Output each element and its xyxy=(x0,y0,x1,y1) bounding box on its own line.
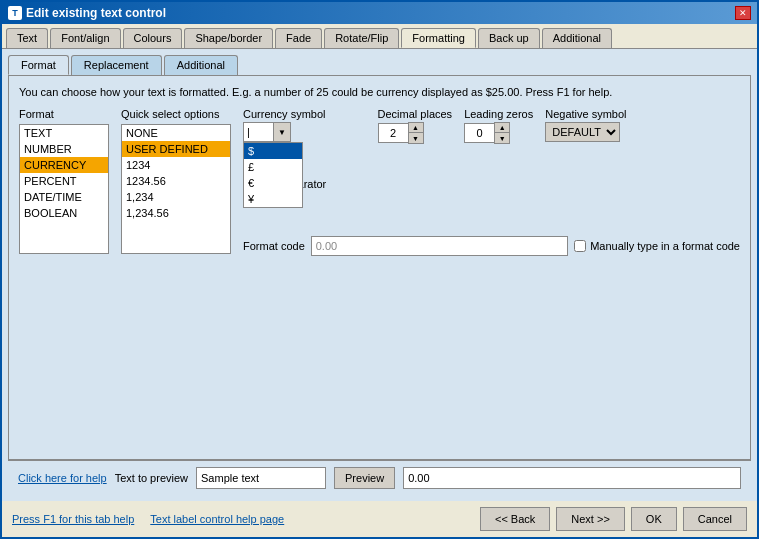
thousands-row: nds separator xyxy=(243,178,740,190)
content-area: Format Replacement Additional You can ch… xyxy=(2,49,757,501)
click-here-help-link[interactable]: Click here for help xyxy=(18,472,107,484)
dropdown-item-dollar[interactable]: $ xyxy=(244,143,302,159)
description: You can choose how your text is formatte… xyxy=(19,86,740,98)
format-item-number[interactable]: NUMBER xyxy=(20,141,108,157)
format-list-label: Format xyxy=(19,108,109,120)
tab-text[interactable]: Text xyxy=(6,28,48,48)
decimal-spinner: ▲ ▼ xyxy=(378,122,453,144)
tab-fontalign[interactable]: Font/align xyxy=(50,28,120,48)
negative-symbol-control: DEFAULT - () CR/DR xyxy=(545,122,626,142)
format-code-input[interactable] xyxy=(311,236,568,256)
quick-select-label: Quick select options xyxy=(121,108,231,120)
controls-row-top: Currency symbol ▼ $ £ € ¥ xyxy=(243,108,740,144)
leading-zeros-label: Leading zeros xyxy=(464,108,533,120)
dropdown-item-yen[interactable]: ¥ xyxy=(244,191,302,207)
currency-dropdown-button[interactable]: ▼ xyxy=(273,122,291,142)
leading-zeros-up-button[interactable]: ▲ xyxy=(495,123,509,133)
title-bar: T Edit existing text control ✕ xyxy=(2,2,757,24)
format-item-percent[interactable]: PERCENT xyxy=(20,173,108,189)
quick-item-1234[interactable]: 1234 xyxy=(122,157,230,173)
tab-panel: You can choose how your text is formatte… xyxy=(8,75,751,460)
text-to-preview-label: Text to preview xyxy=(115,472,188,484)
main-window: T Edit existing text control ✕ Text Font… xyxy=(0,0,759,539)
quick-item-1234comma56[interactable]: 1,234.56 xyxy=(122,205,230,221)
leading-zeros-input[interactable] xyxy=(464,123,494,143)
quick-select-section: Quick select options NONE USER DEFINED 1… xyxy=(121,108,231,449)
format-listbox[interactable]: TEXT NUMBER CURRENCY PERCENT DATE/TIME B… xyxy=(19,124,109,254)
decimal-up-button[interactable]: ▲ xyxy=(409,123,423,133)
format-item-boolean[interactable]: BOOLEAN xyxy=(20,205,108,221)
cancel-button[interactable]: Cancel xyxy=(683,507,747,531)
ok-button[interactable]: OK xyxy=(631,507,677,531)
leading-zeros-down-button[interactable]: ▼ xyxy=(495,133,509,143)
main-content: Format TEXT NUMBER CURRENCY PERCENT DATE… xyxy=(19,108,740,449)
decimal-places-label: Decimal places xyxy=(378,108,453,120)
window-title: Edit existing text control xyxy=(26,6,166,20)
format-item-currency[interactable]: CURRENCY xyxy=(20,157,108,173)
title-bar-left: T Edit existing text control xyxy=(8,6,166,20)
currency-dropdown-menu: $ £ € ¥ xyxy=(243,142,303,208)
currency-input[interactable] xyxy=(243,122,273,142)
negative-symbol-select[interactable]: DEFAULT - () CR/DR xyxy=(545,122,620,142)
decimal-input[interactable] xyxy=(378,123,408,143)
currency-symbol-group: Currency symbol ▼ $ £ € ¥ xyxy=(243,108,326,142)
right-controls: Currency symbol ▼ $ £ € ¥ xyxy=(243,108,740,449)
next-button[interactable]: Next >> xyxy=(556,507,625,531)
decimal-places-group: Decimal places ▲ ▼ xyxy=(378,108,453,144)
quick-item-none[interactable]: NONE xyxy=(122,125,230,141)
bottom-bar: Click here for help Text to preview Prev… xyxy=(8,460,751,495)
currency-symbol-label: Currency symbol xyxy=(243,108,326,120)
format-item-text[interactable]: TEXT xyxy=(20,125,108,141)
tab-colours[interactable]: Colours xyxy=(123,28,183,48)
tab-additional[interactable]: Additional xyxy=(542,28,612,48)
help-page-link[interactable]: Text label control help page xyxy=(150,513,284,525)
subtab-additional[interactable]: Additional xyxy=(164,55,238,75)
format-code-label: Format code xyxy=(243,240,305,252)
tab-fade[interactable]: Fade xyxy=(275,28,322,48)
preview-result-display xyxy=(403,467,741,489)
preview-text-input[interactable] xyxy=(196,467,326,489)
press-f1-link[interactable]: Press F1 for this tab help xyxy=(12,513,134,525)
currency-combo: ▼ $ £ € ¥ xyxy=(243,122,326,142)
tab-backup[interactable]: Back up xyxy=(478,28,540,48)
tab-rotateflip[interactable]: Rotate/Flip xyxy=(324,28,399,48)
subtab-format[interactable]: Format xyxy=(8,55,69,75)
format-code-row: Format code Manually type in a format co… xyxy=(243,236,740,256)
manually-type-label: Manually type in a format code xyxy=(590,240,740,252)
footer-links: Press F1 for this tab help Text label co… xyxy=(12,513,284,525)
main-tab-bar: Text Font/align Colours Shape/border Fad… xyxy=(2,24,757,49)
leading-zeros-spinner: ▲ ▼ xyxy=(464,122,533,144)
close-button[interactable]: ✕ xyxy=(735,6,751,20)
tab-shapeborder[interactable]: Shape/border xyxy=(184,28,273,48)
format-item-datetime[interactable]: DATE/TIME xyxy=(20,189,108,205)
footer: Press F1 for this tab help Text label co… xyxy=(2,501,757,537)
back-button[interactable]: << Back xyxy=(480,507,550,531)
manually-type-checkbox[interactable] xyxy=(574,240,586,252)
subtab-replacement[interactable]: Replacement xyxy=(71,55,162,75)
manually-check-group: Manually type in a format code xyxy=(574,240,740,252)
decimal-spinner-btns: ▲ ▼ xyxy=(408,122,424,144)
leading-zeros-group: Leading zeros ▲ ▼ xyxy=(464,108,533,144)
quick-item-1234comma[interactable]: 1,234 xyxy=(122,189,230,205)
quick-listbox[interactable]: NONE USER DEFINED 1234 1234.56 1,234 1,2… xyxy=(121,124,231,254)
negative-symbol-group: Negative symbol DEFAULT - () CR/DR xyxy=(545,108,626,142)
format-list-section: Format TEXT NUMBER CURRENCY PERCENT DATE… xyxy=(19,108,109,449)
footer-buttons: << Back Next >> OK Cancel xyxy=(480,507,747,531)
decimal-down-button[interactable]: ▼ xyxy=(409,133,423,143)
leading-zeros-spinner-btns: ▲ ▼ xyxy=(494,122,510,144)
preview-button[interactable]: Preview xyxy=(334,467,395,489)
dropdown-item-euro[interactable]: € xyxy=(244,175,302,191)
dropdown-item-pound[interactable]: £ xyxy=(244,159,302,175)
app-icon: T xyxy=(8,6,22,20)
quick-item-userdefined[interactable]: USER DEFINED xyxy=(122,141,230,157)
negative-symbol-label: Negative symbol xyxy=(545,108,626,120)
tab-formatting[interactable]: Formatting xyxy=(401,28,476,48)
quick-item-123456[interactable]: 1234.56 xyxy=(122,173,230,189)
sub-tab-bar: Format Replacement Additional xyxy=(8,55,751,75)
